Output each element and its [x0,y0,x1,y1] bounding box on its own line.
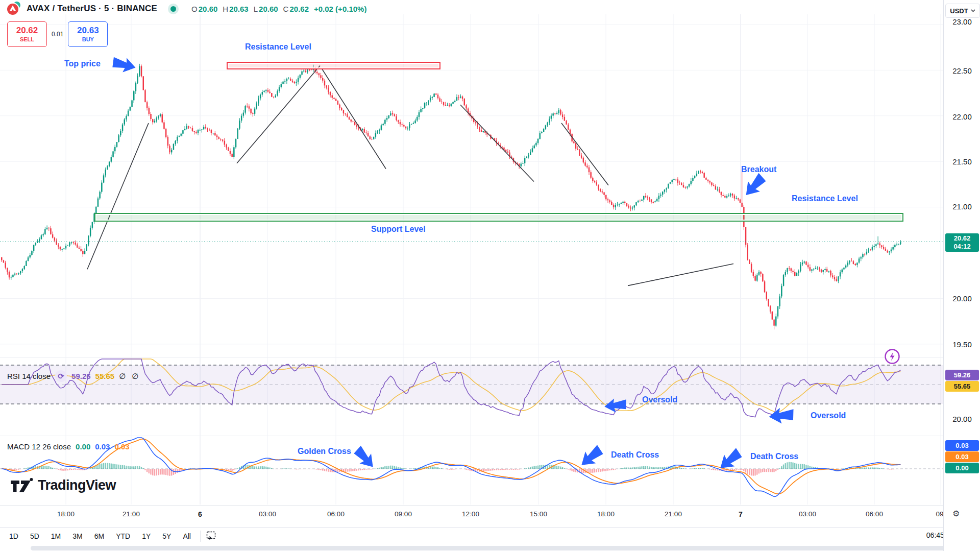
time-axis[interactable]: 18:0021:00603:0006:0009:0012:0015:0018:0… [0,506,943,528]
death-cross-label-2[interactable]: Death Cross [750,452,798,461]
price-axis-label: 19.50 [944,340,980,349]
oversold-arrow-icon-2[interactable] [766,405,797,426]
time-axis-label: 09:00 [395,510,412,518]
golden-cross-label[interactable]: Golden Cross [298,447,351,456]
time-axis-label: 21:00 [122,510,140,518]
rsi-ma-value: 55.65 [95,372,115,380]
price-axis-label: 20.00 [944,294,980,303]
range-button-YTD[interactable]: YTD [111,530,135,542]
close-label: C [283,5,289,13]
macd-value-badge: 0.03 [945,440,979,451]
rsi-value: 59.26 [71,372,91,380]
chart-header: AVAX / TetherUS · 5 · BINANCE O20.60 H20… [0,0,366,17]
symbol-title[interactable]: AVAX / TetherUS · 5 · BINANCE [27,4,157,14]
price-axis[interactable]: USDT 23.0022.5022.0021.5021.0020.0019.50… [943,0,980,551]
rsi-hidden-values: ∅ ∅ [119,372,140,381]
trend-line[interactable] [322,68,386,169]
oversold-arrow-icon-1[interactable] [601,396,629,415]
rsi-legend: RSI 14 close ⟳ 59.26 55.65 ∅ ∅ [7,370,140,382]
time-axis-label: 06:00 [327,510,345,518]
countdown-value: 04:12 [945,243,979,251]
trend-line[interactable] [460,105,534,181]
lightning-icon[interactable] [884,348,900,365]
high-value: 20.63 [229,5,249,13]
price-axis-label: 22.50 [944,66,980,75]
resistance-zone-box[interactable] [227,62,440,69]
trend-line[interactable] [628,264,733,286]
range-button-5D[interactable]: 5D [25,530,44,542]
tradingview-logo-icon [10,476,34,494]
range-toolbar: 1D5D1M3M6MYTD1Y5YAll [0,527,980,545]
horizontal-scrollbar[interactable] [31,546,978,550]
range-button-1Y[interactable]: 1Y [137,530,156,542]
time-axis-label: 7 [739,510,743,518]
death-cross-label-1[interactable]: Death Cross [611,450,659,460]
trend-line[interactable] [561,123,608,185]
rsi-value-badge: 59.26 [945,370,979,380]
price-axis-label: 21.00 [944,202,980,211]
top-price-label[interactable]: Top price [64,59,101,68]
macd-signal-badge: 0.03 [945,451,979,462]
sell-button[interactable]: 20.62 SELL [7,21,47,47]
time-axis-label: 03:00 [799,510,816,518]
rsi-ma-value-badge: 55.65 [945,381,979,392]
time-axis-settings[interactable]: ⚙ [952,509,960,518]
macd-signal-value: 0.03 [114,442,129,451]
time-axis-label: 03:00 [259,510,276,518]
low-value: 20.60 [259,5,278,13]
macd-indicator-title[interactable]: MACD 12 26 close [7,442,71,451]
main-chart[interactable] [0,0,943,506]
macd-line-value: 0.03 [95,442,110,451]
macd-legend: MACD 12 26 close 0.00 0.03 0.03 [7,442,130,451]
close-value: 20.62 [289,5,309,13]
currency-label: USDT [950,7,968,15]
support-level-label[interactable]: Support Level [371,225,426,234]
buy-button[interactable]: 20.63 BUY [68,21,108,47]
pane-separator[interactable] [0,436,943,436]
range-button-1M[interactable]: 1M [46,530,66,542]
time-axis-label: 18:00 [597,510,615,518]
trend-line[interactable] [87,123,149,269]
rsi-indicator-title[interactable]: RSI 14 close [7,372,51,380]
avax-logo-icon [6,1,21,16]
macd-hist-value: 0.00 [76,442,90,451]
time-axis-label: 15:00 [530,510,547,518]
buy-price: 20.63 [77,26,99,36]
tradingview-watermark[interactable]: TradingView [10,476,116,494]
tradingview-watermark-text: TradingView [38,477,116,493]
rsi-axis-label: 20.00 [944,415,980,423]
price-axis-label: 21.50 [944,157,980,166]
resistance-level-label-2[interactable]: Resistance Level [792,194,858,203]
toolbar-divider [200,531,201,542]
range-button-5Y[interactable]: 5Y [157,530,176,542]
tradingview-chart-app: AVAX / TetherUS · 5 · BINANCE O20.60 H20… [0,0,980,551]
trend-line[interactable] [237,66,320,163]
ohlc-values: O20.60 H20.63 L20.60 C20.62 +0.02 (+0.10… [191,5,366,13]
support-zone-box[interactable] [94,213,903,222]
currency-button[interactable]: USDT [945,4,980,18]
range-button-All[interactable]: All [178,530,196,542]
range-button-1D[interactable]: 1D [4,530,23,542]
open-label: O [191,5,198,13]
rsi-refresh-icon[interactable]: ⟳ [55,370,67,382]
oversold-label-1[interactable]: Oversold [642,395,677,404]
pane-separator[interactable] [0,357,943,358]
sell-price: 20.62 [16,26,38,36]
go-to-date-button[interactable] [206,530,216,542]
macd-hist-badge: 0.00 [945,463,979,473]
buy-label: BUY [82,36,94,42]
resistance-level-label-1[interactable]: Resistance Level [245,42,311,52]
sell-label: SELL [20,36,34,42]
time-axis-label: 12:00 [462,510,479,518]
oversold-label-2[interactable]: Oversold [811,411,846,420]
low-label: L [254,5,258,13]
change-value: +0.02 (+0.10%) [314,5,366,13]
range-button-3M[interactable]: 3M [67,530,87,542]
spread-value: 0.01 [52,31,63,38]
last-price-badge: 20.62 04:12 [945,233,979,252]
range-button-6M[interactable]: 6M [89,530,109,542]
price-axis-label: 22.00 [944,112,980,121]
open-value: 20.60 [199,5,218,13]
trade-widget: 20.62 SELL 0.01 20.63 BUY [7,21,108,47]
market-status-icon[interactable] [170,6,176,12]
